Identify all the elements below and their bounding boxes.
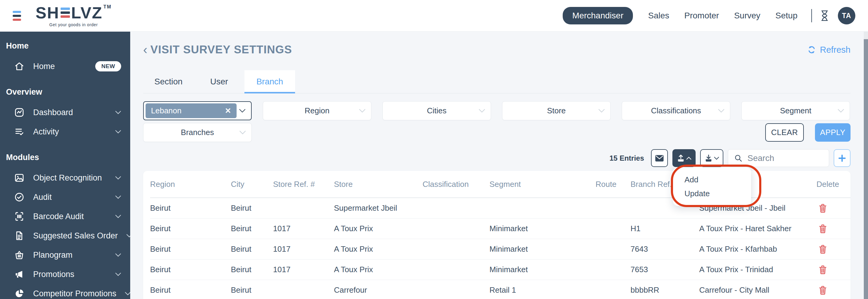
search-input[interactable] xyxy=(747,153,823,163)
sidebar-item-home[interactable]: HomeNEW xyxy=(0,57,130,76)
upload-icon xyxy=(677,154,685,162)
filter-select-classifications[interactable]: Classifications xyxy=(622,101,730,120)
column-header-store: Store xyxy=(334,180,423,189)
chevron-down-icon xyxy=(115,195,121,199)
cell-delete xyxy=(816,286,850,295)
logo-tagline: Get your goods in order xyxy=(36,22,112,27)
refresh-button[interactable]: Refresh xyxy=(807,45,850,55)
hamburger-menu-icon[interactable] xyxy=(13,11,21,21)
chevron-down-icon xyxy=(478,109,485,113)
search-icon xyxy=(734,154,743,162)
sidebar-item-audit[interactable]: Audit xyxy=(0,187,130,207)
nav-item-survey[interactable]: Survey xyxy=(734,11,761,21)
sidebar-section-header: Modules xyxy=(0,153,130,162)
filter-select-cities[interactable]: Cities xyxy=(382,101,491,120)
column-header-delete: Delete xyxy=(816,180,850,189)
scrollbar-thumb[interactable] xyxy=(864,39,868,299)
topbar-divider xyxy=(811,9,812,22)
delete-row-button[interactable] xyxy=(816,265,827,275)
apply-button[interactable]: APPLY xyxy=(815,123,850,142)
topbar: SH LVZ TM Get your goods in order Mercha… xyxy=(0,0,868,32)
column-header-store-ref: Store Ref. # xyxy=(273,180,334,189)
sidebar-item-barcode-audit[interactable]: Barcode Audit xyxy=(0,207,130,226)
sidebar-item-planogram[interactable]: Planogram xyxy=(0,245,130,265)
filter-select-segment[interactable]: Segment xyxy=(741,101,850,120)
logo-text-suffix: LVZ xyxy=(71,4,102,21)
remove-chip-icon[interactable]: ✕ xyxy=(225,107,231,115)
main-content: ‹ VISIT SURVEY SETTINGS Refresh SectionU… xyxy=(130,32,868,299)
country-chip-label: Lebanon xyxy=(151,106,181,115)
cell-store: Carrefour xyxy=(334,286,423,295)
sidebar-section-overview: OverviewDashboardActivity xyxy=(0,87,130,141)
cell-region: Beirut xyxy=(150,286,231,295)
logo-trademark: TM xyxy=(103,4,112,9)
download-button[interactable] xyxy=(700,149,723,167)
refresh-label: Refresh xyxy=(820,45,850,55)
tab-branch[interactable]: Branch xyxy=(244,70,295,93)
sidebar-item-suggested-sales-order[interactable]: Suggested Sales Order xyxy=(0,226,130,245)
sidebar-section-modules: ModulesObject RecognitionAuditBarcode Au… xyxy=(0,153,130,299)
competitor-promotions-icon xyxy=(14,288,25,299)
filter-select-country[interactable]: Lebanon✕ xyxy=(143,101,252,120)
chevron-down-icon xyxy=(115,215,121,218)
trash-icon xyxy=(818,286,827,295)
menu-item-add[interactable]: Add xyxy=(673,173,751,186)
back-chevron-icon[interactable]: ‹ xyxy=(143,44,147,56)
cell-branch-ref: 7653 xyxy=(630,265,699,274)
filter-select-label: Region xyxy=(305,106,330,115)
sidebar-item-label: Object Recognition xyxy=(33,173,107,183)
cell-branch: A Toux Prix - Kfarhbab xyxy=(699,244,816,254)
object-recognition-icon xyxy=(14,172,25,183)
sidebar-section-header: Home xyxy=(0,41,130,51)
app-logo: SH LVZ TM Get your goods in order xyxy=(36,4,112,27)
column-header-route: Route xyxy=(595,180,630,189)
sidebar-item-label: Activity xyxy=(33,127,107,137)
cell-delete xyxy=(816,265,850,275)
delete-row-button[interactable] xyxy=(816,244,827,254)
sidebar-item-dashboard[interactable]: Dashboard xyxy=(0,103,130,122)
nav-item-promoter[interactable]: Promoter xyxy=(684,11,719,21)
nav-item-sales[interactable]: Sales xyxy=(648,11,669,21)
delete-row-button[interactable] xyxy=(816,224,827,234)
hourglass-icon[interactable] xyxy=(820,10,830,21)
chevron-down-icon xyxy=(115,111,121,114)
sidebar-item-competitor-promotions[interactable]: Competitor Promotions xyxy=(0,284,130,299)
clear-button[interactable]: CLEAR xyxy=(765,123,804,142)
sidebar-section-header: Overview xyxy=(0,87,130,97)
chevron-down-icon xyxy=(838,109,844,113)
filter-select-branches[interactable]: Branches xyxy=(143,123,252,142)
table-row: BeirutBeirut1017A Toux PrixMinimarket765… xyxy=(150,260,850,280)
nav-item-merchandiser[interactable]: Merchandiser xyxy=(563,7,633,24)
tab-user[interactable]: User xyxy=(194,70,244,93)
planogram-icon xyxy=(14,249,25,261)
cell-store: A Toux Prix xyxy=(334,224,423,233)
sidebar-item-label: Planogram xyxy=(33,250,107,260)
caret-up-icon xyxy=(686,157,691,160)
sidebar-item-promotions[interactable]: Promotions xyxy=(0,265,130,284)
filter-select-store[interactable]: Store xyxy=(502,101,611,120)
sidebar-section-home: HomeHomeNEW xyxy=(0,41,130,76)
filter-select-region[interactable]: Region xyxy=(263,101,371,120)
menu-item-update[interactable]: Update xyxy=(673,186,751,201)
delete-row-button[interactable] xyxy=(816,286,827,295)
email-button[interactable] xyxy=(651,149,668,167)
filter-select-label: Classifications xyxy=(651,106,701,115)
nav-item-setup[interactable]: Setup xyxy=(775,11,798,21)
add-entry-button[interactable] xyxy=(834,149,850,167)
logo-e-bars-icon xyxy=(61,7,70,18)
table-row: BeirutBeirut1017A Toux PrixMinimarket764… xyxy=(150,239,850,260)
chevron-down-icon xyxy=(125,292,130,295)
sidebar-item-label: Promotions xyxy=(33,270,107,279)
sidebar-item-object-recognition[interactable]: Object Recognition xyxy=(0,168,130,187)
sidebar-item-activity[interactable]: Activity xyxy=(0,122,130,141)
cell-branch: Carrefour - City Mall xyxy=(699,286,816,295)
user-avatar[interactable]: TA xyxy=(838,7,855,24)
upload-button[interactable] xyxy=(673,149,695,167)
trash-icon xyxy=(818,244,827,254)
trash-icon xyxy=(818,204,827,213)
tab-section[interactable]: Section xyxy=(143,70,194,93)
cell-city: Beirut xyxy=(231,286,273,295)
delete-row-button[interactable] xyxy=(816,204,827,213)
trash-icon xyxy=(818,265,827,275)
cell-city: Beirut xyxy=(231,244,273,254)
